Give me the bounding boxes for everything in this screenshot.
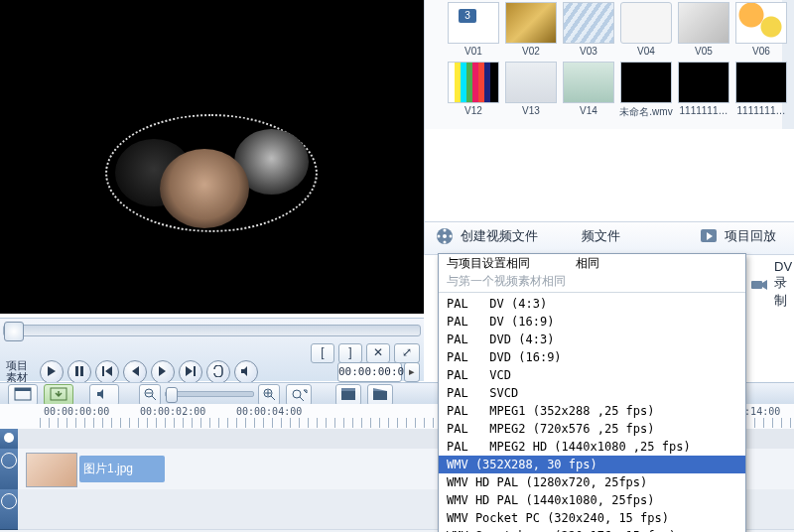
library-item[interactable]: 1111111…	[677, 62, 730, 116]
menu-item-fragment: 相同	[568, 254, 607, 272]
svg-point-5	[293, 390, 301, 398]
svg-rect-7	[341, 388, 355, 391]
library-item[interactable]: V14	[562, 62, 615, 116]
insert-clip-alt-button[interactable]	[367, 384, 393, 406]
storyboard-view-button[interactable]	[8, 384, 38, 406]
library-caption: V02	[504, 46, 558, 57]
fullscreen-button[interactable]: ⤢	[394, 343, 420, 363]
menu-item[interactable]: PAL MPEG2 (720x576 ,25 fps)	[439, 420, 745, 438]
go-start-button[interactable]	[95, 360, 119, 384]
svg-point-10	[443, 234, 447, 238]
menu-item[interactable]: PAL DV (4:3)	[439, 295, 745, 313]
library-item[interactable]: V12	[447, 62, 500, 116]
preview-hearts-graphic	[105, 79, 314, 228]
library-caption: V05	[677, 46, 730, 57]
menu-item[interactable]: WMV HD PAL (1440x1080, 25fps)	[439, 491, 745, 509]
clear-marks-button[interactable]: ✕	[366, 343, 390, 363]
export-format-menu: 与项目设置相同相同 与第一个视频素材相同 PAL DV (4:3) PAL DV…	[438, 253, 746, 532]
menu-item-selected[interactable]: WMV (352X288, 30 fps)	[439, 456, 745, 473]
play-button[interactable]	[40, 360, 64, 384]
mode-project-label[interactable]: 项目	[6, 359, 28, 371]
library-item[interactable]: 1111111…	[734, 62, 788, 116]
menu-item[interactable]: PAL VCD	[439, 366, 745, 384]
camcorder-icon	[750, 276, 768, 294]
zoom-in-button[interactable]	[258, 384, 280, 406]
media-library: V01 V02 V03 V04 V05 V06 V12 V13 V14 未命名.…	[424, 0, 794, 129]
library-item[interactable]: V03	[562, 2, 615, 57]
step-fwd-button[interactable]	[151, 360, 175, 384]
svg-point-11	[444, 229, 447, 232]
timecode-display[interactable]: 00:00:00:00	[337, 362, 402, 382]
ruler-tick: 00:00:00:00	[44, 406, 109, 417]
library-caption: V14	[562, 105, 615, 116]
insert-clip-button[interactable]	[335, 384, 361, 406]
player-controls: [ ] ✕ ⤢ 项目 素材 00:00:00:00 ▸	[0, 318, 424, 381]
menu-item[interactable]: PAL DVD (4:3)	[439, 331, 745, 348]
playback-mode-labels[interactable]: 项目 素材	[6, 359, 28, 383]
library-caption: V13	[504, 105, 558, 116]
timeline-clip-thumbnail[interactable]	[26, 453, 77, 487]
svg-rect-6	[341, 391, 355, 400]
mark-out-button[interactable]: ]	[338, 343, 362, 363]
library-item[interactable]: V05	[677, 2, 730, 57]
preview-content	[0, 0, 424, 314]
svg-point-12	[450, 235, 453, 238]
pause-button[interactable]	[67, 360, 91, 384]
ruler-tick: 00:00:02:00	[140, 406, 205, 417]
create-video-file-label: 创建视频文件	[461, 227, 538, 245]
menu-item[interactable]: PAL DVD (16:9)	[439, 348, 745, 366]
zoom-fit-button[interactable]	[286, 384, 312, 406]
svg-point-13	[444, 241, 447, 244]
dv-record-label: DV 录制	[774, 259, 794, 310]
library-item[interactable]: V01	[447, 2, 500, 57]
step-back-button[interactable]	[123, 360, 147, 384]
svg-rect-1	[15, 388, 31, 391]
timecode-step-button[interactable]: ▸	[404, 362, 420, 382]
track-head-fx[interactable]	[0, 429, 18, 450]
library-caption: V06	[734, 46, 788, 57]
zoom-out-button[interactable]	[139, 384, 161, 406]
menu-item[interactable]: PAL MPEG2 HD (1440x1080 ,25 fps)	[439, 438, 745, 456]
library-caption: V12	[447, 105, 500, 116]
audio-view-button[interactable]	[89, 384, 119, 406]
zoom-slider[interactable]	[165, 391, 254, 397]
timeline-clip-label[interactable]: 图片1.jpg	[79, 456, 165, 482]
svg-point-14	[438, 235, 441, 238]
library-item[interactable]: V02	[504, 2, 558, 57]
library-caption: 1111111…	[734, 105, 788, 116]
file-fragment-label: 频文件	[582, 227, 620, 245]
svg-rect-8	[373, 391, 387, 400]
play-circle-icon	[699, 226, 719, 246]
preview-pane	[0, 0, 424, 314]
library-item[interactable]: V04	[619, 2, 673, 57]
track-head-audio[interactable]	[0, 489, 18, 530]
film-reel-icon	[435, 226, 455, 246]
mark-in-button[interactable]: [	[311, 343, 334, 363]
library-item[interactable]: V13	[504, 62, 558, 116]
ruler-tick: 00:00:04:00	[236, 406, 302, 417]
svg-rect-16	[751, 281, 762, 289]
mute-button[interactable]	[234, 360, 258, 384]
library-item[interactable]: V06	[734, 2, 788, 57]
go-end-button[interactable]	[179, 360, 202, 384]
track-head-video[interactable]	[0, 449, 18, 490]
library-blank-area	[424, 129, 794, 221]
project-replay-button[interactable]: 项目回放	[699, 226, 776, 246]
menu-separator	[439, 292, 745, 293]
timeline-view-button[interactable]	[44, 384, 73, 406]
menu-item[interactable]: WMV Smartphone (220x176, 15 fps)	[439, 527, 745, 532]
menu-item[interactable]: 与项目设置相同	[439, 254, 538, 272]
project-replay-label: 项目回放	[725, 227, 776, 245]
menu-item[interactable]: PAL DV (16:9)	[439, 313, 745, 331]
library-caption: 1111111…	[677, 105, 730, 116]
library-caption: V04	[619, 46, 673, 57]
playback-scrubber[interactable]	[3, 325, 421, 336]
menu-item[interactable]: WMV Pocket PC (320x240, 15 fps)	[439, 509, 745, 527]
create-video-file-button[interactable]: 创建视频文件 频文件	[435, 226, 620, 246]
menu-item[interactable]: PAL MPEG1 (352x288 ,25 fps)	[439, 402, 745, 420]
loop-button[interactable]	[206, 360, 230, 384]
menu-item[interactable]: WMV HD PAL (1280x720, 25fps)	[439, 473, 745, 491]
library-item[interactable]: 未命名.wmv	[619, 62, 673, 119]
dv-record-button[interactable]: DV 录制	[750, 259, 794, 310]
menu-item[interactable]: PAL SVCD	[439, 384, 745, 402]
